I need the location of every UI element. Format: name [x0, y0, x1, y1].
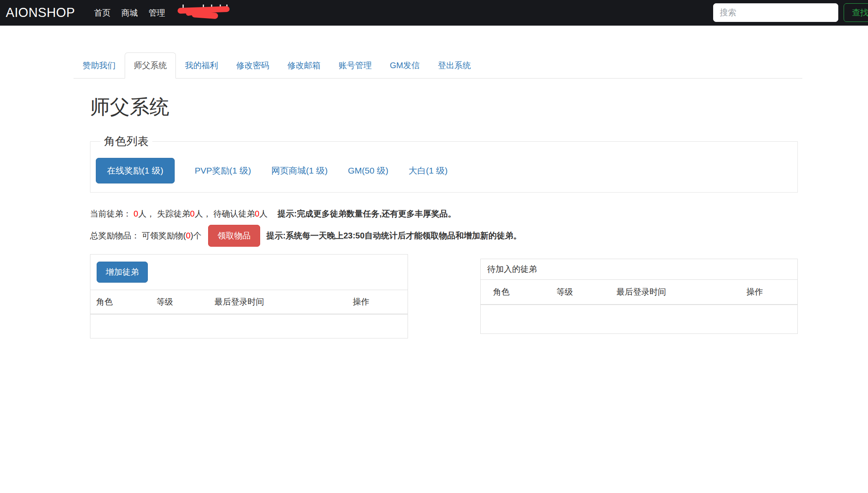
tab-sponsor-us[interactable]: 赞助我们: [74, 52, 125, 79]
claimable-reward-count: 0: [186, 231, 190, 240]
reward-hint: 提示:系统每一天晚上23:50自动统计后才能领取物品和增加新的徒弟。: [266, 230, 522, 241]
role-web-mall-link[interactable]: 网页商城(1 级): [271, 165, 328, 176]
nav-item-mall[interactable]: 商城: [121, 7, 138, 19]
role-online-reward-button[interactable]: 在线奖励(1 级): [96, 158, 175, 183]
stat-text: 当前徒弟：: [90, 209, 134, 218]
tab-logout[interactable]: 登出系统: [429, 52, 480, 79]
column-header-last-login: 最后登录时间: [209, 290, 347, 314]
my-apprentices-toolbar: 增加徒弟: [90, 255, 408, 290]
missing-apprentice-count: 0: [190, 209, 194, 218]
tab-content: 师父系统 角色列表 在线奖励(1 级) PVP奖励(1 级) 网页商城(1 级)…: [74, 95, 802, 338]
role-button-row: 在线奖励(1 级) PVP奖励(1 级) 网页商城(1 级) GM(50 级) …: [96, 158, 797, 183]
search-input[interactable]: [713, 3, 838, 22]
nav-item-home[interactable]: 首页: [94, 7, 111, 19]
my-apprentices-header-row: 角色 等级 最后登录时间 操作: [90, 290, 408, 314]
account-tabs: 赞助我们 师父系统 我的福利 修改密码 修改邮箱 账号管理 GM发信 登出系统: [74, 52, 802, 79]
pending-apprentices-panel: 待加入的徒弟 角色 等级 最后登录时间 操作: [480, 259, 798, 334]
navbar-links: 首页 商城 管理: [94, 7, 176, 19]
page-title: 师父系统: [90, 95, 802, 119]
stat-text: 人: [259, 209, 268, 218]
role-list-legend: 角色列表: [100, 134, 152, 149]
pending-apprentice-count: 0: [255, 209, 259, 218]
main-container: 赞助我们 师父系统 我的福利 修改密码 修改邮箱 账号管理 GM发信 登出系统 …: [74, 52, 802, 338]
role-pvp-reward-link[interactable]: PVP奖励(1 级): [195, 165, 251, 176]
nav-item-manage[interactable]: 管理: [149, 7, 165, 19]
stat-text: 人， 失踪徒弟: [138, 209, 190, 218]
tab-my-benefits[interactable]: 我的福利: [176, 52, 227, 79]
column-header-level: 等级: [544, 280, 604, 304]
role-gm-link[interactable]: GM(50 级): [348, 165, 389, 176]
column-header-role: 角色: [90, 290, 151, 314]
reward-text: 总奖励物品： 可领奖励物(0)个: [90, 230, 202, 241]
role-dabai-link[interactable]: 大白(1 级): [409, 165, 448, 176]
apprentice-panels: 增加徒弟 角色 等级 最后登录时间 操作 待加入的徒弟 角色 等级 最后登录时间…: [90, 254, 798, 338]
empty-table-row: [481, 305, 797, 333]
stat-text: 人， 待确认徒弟: [194, 209, 255, 218]
navbar-search: 查找: [713, 3, 868, 22]
apprentice-hint: 提示:完成更多徒弟数量任务,还有更多丰厚奖品。: [277, 209, 456, 218]
reward-stats-line: 总奖励物品： 可领奖励物(0)个 领取物品 提示:系统每一天晚上23:50自动统…: [90, 225, 802, 247]
column-header-last-login: 最后登录时间: [604, 280, 734, 304]
apprentice-stats-line: 当前徒弟： 0人， 失踪徒弟0人， 待确认徒弟0人提示:完成更多徒弟数量任务,还…: [90, 208, 802, 219]
column-header-role: 角色: [481, 280, 544, 304]
column-header-action: 操作: [347, 290, 408, 314]
empty-table-row: [90, 314, 408, 338]
tab-change-password[interactable]: 修改密码: [227, 52, 278, 79]
brand-logo[interactable]: AIONSHOP: [6, 0, 75, 26]
column-header-action: 操作: [734, 280, 797, 304]
search-submit-button[interactable]: 查找: [844, 3, 868, 22]
tab-change-email[interactable]: 修改邮箱: [278, 52, 330, 79]
tab-gm-mail[interactable]: GM发信: [381, 52, 429, 79]
tab-master-system[interactable]: 师父系统: [125, 52, 176, 79]
claim-items-button[interactable]: 领取物品: [208, 225, 260, 247]
redacted-username-area: [177, 4, 235, 22]
top-navbar: AIONSHOP 首页 商城 管理 查找: [0, 0, 868, 26]
role-list-fieldset: 角色列表 在线奖励(1 级) PVP奖励(1 级) 网页商城(1 级) GM(5…: [90, 134, 798, 193]
redaction-scribble: [191, 11, 218, 19]
my-apprentices-panel: 增加徒弟 角色 等级 最后登录时间 操作: [90, 254, 408, 338]
tab-account-management[interactable]: 账号管理: [330, 52, 381, 79]
column-header-level: 等级: [151, 290, 209, 314]
pending-apprentices-title: 待加入的徒弟: [481, 259, 797, 280]
add-apprentice-button[interactable]: 增加徒弟: [97, 262, 148, 283]
pending-apprentices-header-row: 角色 等级 最后登录时间 操作: [481, 280, 797, 305]
current-apprentice-count: 0: [134, 209, 138, 218]
